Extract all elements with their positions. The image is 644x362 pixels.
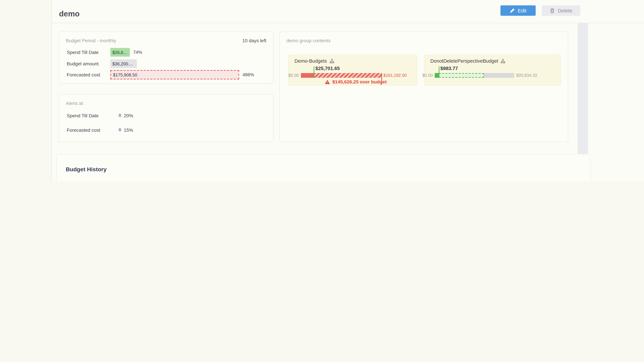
bell-icon: [118, 113, 122, 118]
group-card-title: demo group contents: [286, 38, 330, 43]
alert-threshold: 20%: [124, 113, 133, 118]
delete-button-label: Delete: [558, 8, 572, 13]
budget-period-value-chip: $26,6...: [110, 48, 130, 57]
budget-period-card-title: Budget Period - monthly: [66, 38, 116, 43]
group-contents-card: demo group contents Demo-Budgets$25,701.…: [280, 31, 568, 142]
budget-bar-segment-dash-green: [439, 73, 484, 78]
alert-row-value: 20%: [118, 113, 133, 118]
budget-bar-segment-solid-green: [435, 73, 439, 78]
budget-tile-bar: [301, 73, 381, 78]
budget-dashboard: demo Edit Delete Budget Period - monthly…: [0, 0, 644, 181]
alerts-card-title: Alerts at: [66, 100, 83, 106]
budget-tile-max-label: $161,192.50: [381, 73, 407, 78]
alert-row-label: Spend Till Date: [67, 113, 98, 118]
alerts-card: Alerts at Spend Till Date20%Forecasted c…: [59, 94, 273, 142]
budget-tile-name[interactable]: Demo-Budgets: [294, 58, 334, 64]
budget-bar-segment-solid-red: [301, 73, 314, 78]
budget-bar-segment-hatch-red: [314, 73, 381, 78]
page-title: demo: [59, 9, 80, 18]
budget-period-pct-label: 486%: [242, 72, 254, 77]
budget-tile: DonotDeletePerspectiveBudget$983.77$0.00…: [424, 55, 561, 85]
alert-row-value: 15%: [118, 127, 133, 133]
alert-row-label: Forecasted cost: [67, 127, 100, 133]
budget-tile-name-label: Demo-Budgets: [294, 58, 327, 64]
budget-tile-amount: $983.77: [440, 66, 458, 71]
days-left-label: 10 days left: [242, 38, 266, 43]
budget-marker-line: [439, 66, 440, 78]
budget-tile-bar: [435, 73, 514, 78]
over-budget-note: $145,626.25 over budget: [325, 79, 387, 84]
warning-triangle-icon: [325, 79, 330, 84]
y-axis-max-label: $ 1200000: [59, 180, 93, 181]
budget-tile-name[interactable]: DonotDeletePerspectiveBudget: [430, 58, 506, 64]
budget-tile-name-label: DonotDeletePerspectiveBudget: [430, 58, 498, 64]
budget-period-row-label: Budget amount: [67, 61, 98, 66]
budget-history-card: Budget History $ 1200000 $ 0 1 Jul 2024 …: [56, 154, 591, 181]
over-budget-text: $145,626.25 over budget: [332, 79, 387, 84]
budget-period-value-chip: $175,908.50: [110, 70, 239, 79]
budget-period-value-chip: $36,200....: [110, 59, 137, 68]
header-divider: [51, 23, 644, 23]
delete-button[interactable]: Delete: [542, 5, 580, 16]
budget-period-pct-label: 74%: [133, 50, 142, 55]
budget-tile: Demo-Budgets$25,701.65$0.00$161,192.50$1…: [288, 55, 417, 85]
budget-bar-segment-gray: [484, 73, 514, 78]
budget-period-card: Budget Period - monthly 10 days left Spe…: [59, 31, 273, 84]
bell-icon: [118, 128, 122, 132]
budget-period-row-label: Forecasted cost: [67, 72, 100, 77]
budget-marker-line: [314, 66, 314, 78]
budget-period-row-label: Spend Till Date: [67, 50, 98, 55]
edit-button-label: Edit: [518, 8, 526, 13]
pencil-icon: [510, 8, 515, 13]
hierarchy-icon: [329, 58, 334, 63]
budget-tile-min-label: $0.00: [422, 73, 435, 78]
alert-threshold: 15%: [124, 127, 133, 133]
budget-tile-max-label: $20,634.32: [514, 73, 537, 78]
budget-tile-min-label: $0.00: [288, 73, 301, 78]
edit-button[interactable]: Edit: [500, 5, 536, 16]
trash-icon: [550, 8, 555, 13]
hierarchy-icon: [500, 58, 506, 63]
budget-history-title: Budget History: [66, 166, 107, 173]
budget-tile-amount: $25,701.65: [316, 66, 340, 71]
